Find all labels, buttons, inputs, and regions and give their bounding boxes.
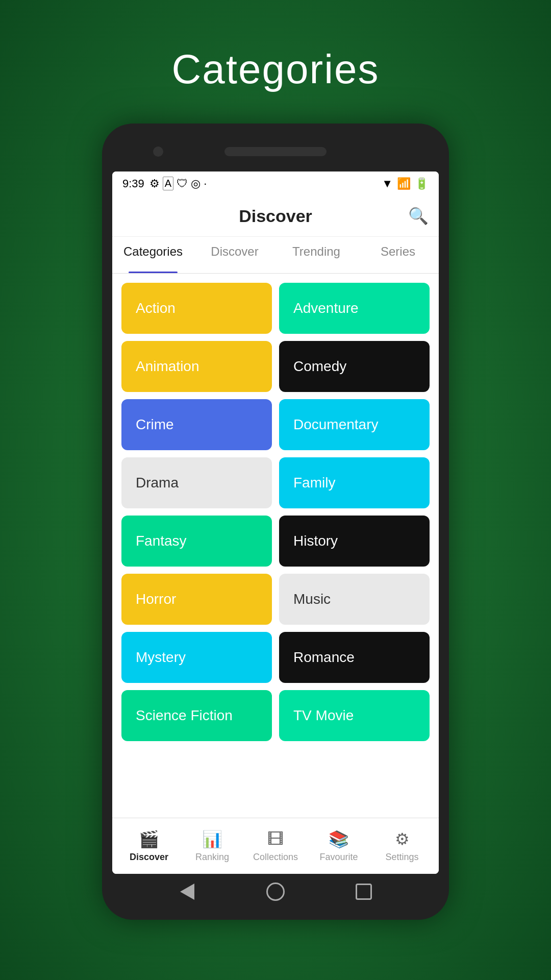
phone-screen: 9:39 ⚙ A 🛡 ◎ · ▼ 📶 🔋 Discover 🔍 (112, 172, 439, 874)
categories-grid: ActionAdventureAnimationComedyCrimeDocum… (121, 283, 430, 741)
favourite-nav-label: Favourite (319, 852, 358, 863)
category-drama[interactable]: Drama (121, 457, 272, 508)
radio-icon: ◎ (191, 177, 201, 190)
back-button[interactable] (174, 879, 200, 904)
category-tv_movie[interactable]: TV Movie (279, 690, 430, 741)
nav-item-collections[interactable]: 🎞Collections (244, 830, 307, 863)
app-title: Discover (239, 206, 312, 226)
tab-series[interactable]: Series (357, 237, 439, 273)
category-mystery[interactable]: Mystery (121, 632, 272, 683)
top-app-bar: Discover 🔍 (112, 196, 439, 237)
tab-discover[interactable]: Discover (194, 237, 276, 273)
tab-trending[interactable]: Trending (276, 237, 357, 273)
ranking-nav-label: Ranking (195, 852, 229, 863)
phone-top-bar (112, 134, 439, 169)
settings-nav-icon: ⚙ (395, 829, 410, 849)
category-comedy[interactable]: Comedy (279, 341, 430, 392)
status-right: ▼ 📶 🔋 (382, 177, 429, 190)
status-bar: 9:39 ⚙ A 🛡 ◎ · ▼ 📶 🔋 (112, 172, 439, 196)
battery-icon: 🔋 (415, 177, 429, 190)
nav-item-ranking[interactable]: 📊Ranking (181, 829, 244, 863)
dot-icon: · (204, 177, 207, 190)
category-action[interactable]: Action (121, 283, 272, 334)
phone-speaker (224, 147, 327, 156)
signal-icon: 📶 (397, 177, 411, 190)
tab-bar: Categories Discover Trending Series (112, 237, 439, 274)
category-adventure[interactable]: Adventure (279, 283, 430, 334)
category-documentary[interactable]: Documentary (279, 399, 430, 450)
nav-item-favourite[interactable]: 📚Favourite (307, 829, 370, 863)
category-animation[interactable]: Animation (121, 341, 272, 392)
ranking-nav-icon: 📊 (202, 829, 222, 849)
category-science_fiction[interactable]: Science Fiction (121, 690, 272, 741)
category-horror[interactable]: Horror (121, 574, 272, 625)
nav-item-discover[interactable]: 🎬Discover (117, 829, 181, 863)
recents-button[interactable] (351, 879, 377, 904)
status-icons: ⚙ A 🛡 ◎ · (149, 177, 207, 190)
page-title: Categories (172, 46, 380, 93)
home-button[interactable] (263, 879, 288, 904)
category-fantasy[interactable]: Fantasy (121, 516, 272, 567)
categories-container: ActionAdventureAnimationComedyCrimeDocum… (112, 274, 439, 818)
bottom-nav-bar: 🎬Discover📊Ranking🎞Collections📚Favourite⚙… (112, 818, 439, 874)
favourite-nav-icon: 📚 (329, 829, 349, 849)
tab-categories[interactable]: Categories (112, 237, 194, 273)
collections-nav-label: Collections (253, 852, 298, 863)
phone-camera (153, 146, 163, 157)
phone-device: 9:39 ⚙ A 🛡 ◎ · ▼ 📶 🔋 Discover 🔍 (102, 124, 449, 920)
collections-nav-icon: 🎞 (267, 830, 284, 849)
nav-item-settings[interactable]: ⚙Settings (370, 829, 434, 863)
status-left: 9:39 ⚙ A 🛡 ◎ · (122, 177, 207, 190)
discover-nav-label: Discover (130, 852, 168, 863)
shield-icon: 🛡 (177, 177, 188, 190)
settings-nav-label: Settings (385, 852, 418, 863)
category-music[interactable]: Music (279, 574, 430, 625)
gear-icon: ⚙ (149, 177, 160, 190)
category-romance[interactable]: Romance (279, 632, 430, 683)
a-icon: A (163, 177, 173, 190)
wifi-icon: ▼ (382, 177, 393, 190)
status-time: 9:39 (122, 177, 144, 190)
category-crime[interactable]: Crime (121, 399, 272, 450)
search-button[interactable]: 🔍 (408, 206, 429, 226)
discover-nav-icon: 🎬 (139, 829, 159, 849)
category-history[interactable]: History (279, 516, 430, 567)
phone-hardware-nav (112, 874, 439, 910)
category-family[interactable]: Family (279, 457, 430, 508)
